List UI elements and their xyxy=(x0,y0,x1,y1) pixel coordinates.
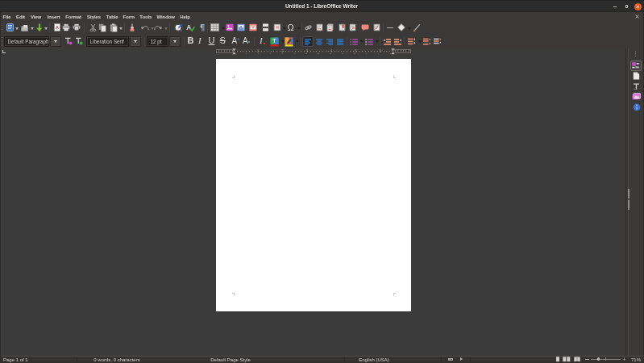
svg-text:A: A xyxy=(186,23,191,31)
svg-text:T: T xyxy=(272,38,276,44)
svg-text:A: A xyxy=(56,25,60,30)
